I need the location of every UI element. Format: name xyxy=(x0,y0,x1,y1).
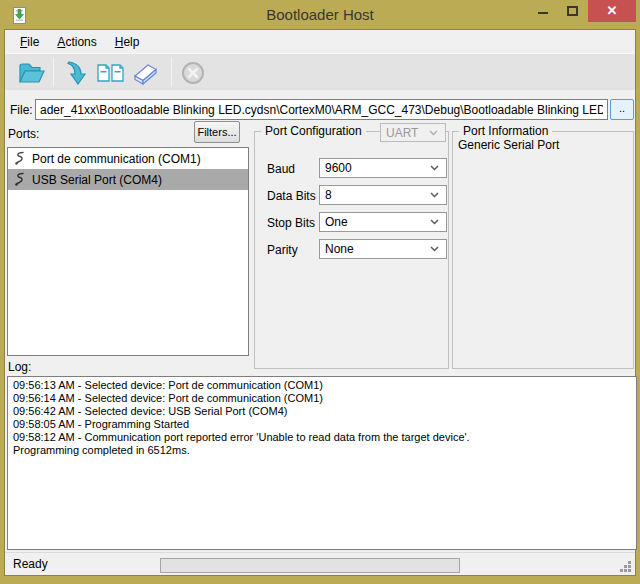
status-bar: Ready xyxy=(5,552,635,575)
download-arrow-icon xyxy=(64,59,92,87)
file-path-input[interactable] xyxy=(35,99,608,120)
stop-bits-label: Stop Bits xyxy=(267,216,315,230)
baud-value: 9600 xyxy=(325,161,352,175)
data-bits-select[interactable]: 8 xyxy=(319,185,447,205)
protocol-value: UART xyxy=(386,126,418,140)
stop-bits-value: One xyxy=(325,215,348,229)
serial-port-icon xyxy=(13,151,26,166)
port-list-item-selected[interactable]: USB Serial Port (COM4) xyxy=(8,169,248,190)
port-configuration-group: Port Configuration UART Baud 9600 Data B… xyxy=(254,131,449,369)
parity-label: Parity xyxy=(267,243,298,257)
chevron-down-icon xyxy=(430,219,439,225)
port-information-group: Port Information Generic Serial Port xyxy=(452,131,634,369)
serial-port-icon xyxy=(13,172,26,187)
abort-circle-x-icon xyxy=(179,59,207,87)
filters-button[interactable]: Filters... xyxy=(194,121,240,143)
log-line: 09:56:14 AM - Selected device: Port de c… xyxy=(13,392,631,405)
chevron-down-icon xyxy=(429,130,438,136)
open-file-button[interactable] xyxy=(16,57,48,88)
open-folder-icon xyxy=(17,59,47,87)
log-textarea[interactable]: 09:56:13 AM - Selected device: Port de c… xyxy=(7,376,637,550)
program-button[interactable] xyxy=(62,57,94,88)
port-list-item-label: USB Serial Port (COM4) xyxy=(32,173,162,187)
log-line: 09:58:12 AM - Communication port reporte… xyxy=(13,431,631,444)
close-icon: ✕ xyxy=(588,0,636,22)
minimize-button[interactable] xyxy=(528,0,558,22)
app-window: Bootloader Host ✕ File Actions Help xyxy=(0,0,640,584)
title-bar[interactable]: Bootloader Host ✕ xyxy=(0,0,640,30)
parity-value: None xyxy=(325,242,354,256)
browse-button[interactable]: .. xyxy=(610,99,634,120)
close-button[interactable]: ✕ xyxy=(588,0,636,22)
chevron-down-icon xyxy=(430,192,439,198)
log-line: 09:56:42 AM - Selected device: USB Seria… xyxy=(13,405,631,418)
erase-button[interactable] xyxy=(129,57,161,88)
file-label: File: xyxy=(10,103,33,117)
ports-label: Ports: xyxy=(8,127,39,141)
resize-grip[interactable] xyxy=(620,561,632,573)
baud-select[interactable]: 9600 xyxy=(319,158,447,178)
data-bits-value: 8 xyxy=(325,188,332,202)
port-information-title: Port Information xyxy=(459,124,552,138)
minimize-icon xyxy=(538,12,548,14)
log-line: 09:56:13 AM - Selected device: Port de c… xyxy=(13,379,631,392)
menu-actions[interactable]: Actions xyxy=(48,32,105,52)
log-label: Log: xyxy=(8,360,31,374)
eraser-icon xyxy=(129,59,161,87)
port-configuration-title: Port Configuration xyxy=(261,124,366,138)
abort-button[interactable] xyxy=(177,57,209,88)
stop-bits-select[interactable]: One xyxy=(319,212,447,232)
menu-help[interactable]: Help xyxy=(106,32,149,52)
menu-file[interactable]: File xyxy=(11,32,48,52)
verify-button[interactable] xyxy=(95,57,127,88)
copy-documents-icon xyxy=(95,59,127,87)
port-list-item[interactable]: Port de communication (COM1) xyxy=(8,148,248,169)
log-line: Programming completed in 6512ms. xyxy=(13,444,631,457)
chevron-down-icon xyxy=(430,246,439,252)
port-list-item-label: Port de communication (COM1) xyxy=(32,152,201,166)
maximize-icon xyxy=(567,6,578,16)
client-area: File: .. Ports: Filters... Port de commu… xyxy=(5,90,635,552)
chevron-down-icon xyxy=(430,165,439,171)
protocol-select[interactable]: UART xyxy=(380,123,446,142)
data-bits-label: Data Bits xyxy=(267,189,316,203)
menu-bar: File Actions Help xyxy=(5,30,635,53)
parity-select[interactable]: None xyxy=(319,239,447,259)
status-text: Ready xyxy=(13,557,48,571)
toolbar xyxy=(5,53,635,90)
maximize-button[interactable] xyxy=(558,0,588,22)
log-line: 09:58:05 AM - Programming Started xyxy=(13,418,631,431)
port-information-text: Generic Serial Port xyxy=(458,138,559,152)
toolbar-separator xyxy=(53,58,54,86)
progress-bar xyxy=(160,558,460,573)
ports-listbox[interactable]: Port de communication (COM1) USB Serial … xyxy=(7,147,249,356)
toolbar-separator xyxy=(171,58,172,86)
baud-label: Baud xyxy=(267,162,295,176)
